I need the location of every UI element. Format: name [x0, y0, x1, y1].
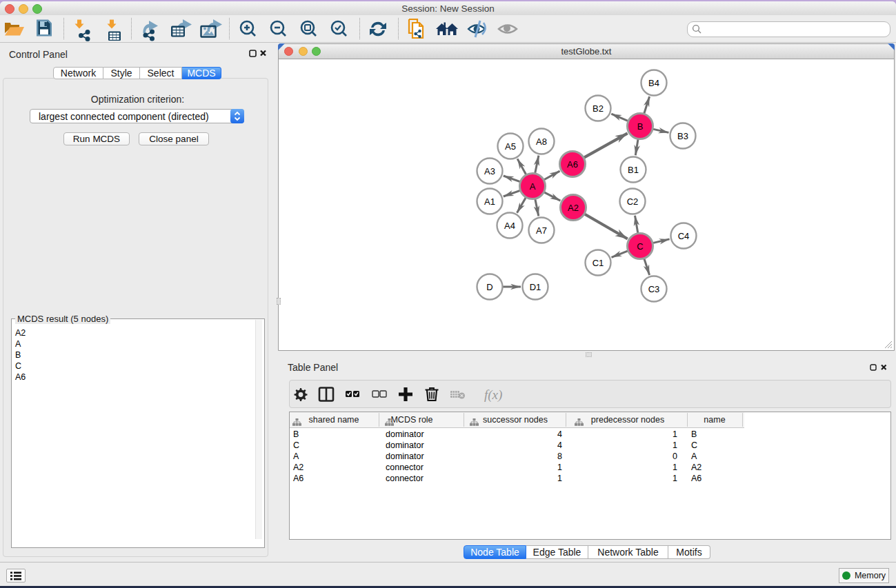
svg-text:A7: A7 — [536, 225, 547, 236]
svg-text:C3: C3 — [648, 284, 660, 294]
svg-text:A8: A8 — [536, 136, 547, 147]
svg-text:D1: D1 — [530, 282, 541, 292]
svg-text:B3: B3 — [677, 131, 688, 141]
svg-text:A3: A3 — [484, 166, 495, 176]
svg-text:D: D — [486, 282, 492, 292]
svg-text:f(x): f(x) — [484, 387, 502, 403]
svg-text:B: B — [637, 121, 644, 132]
svg-text:C1: C1 — [593, 258, 604, 268]
svg-text:A1: A1 — [484, 196, 495, 207]
svg-text:A4: A4 — [504, 221, 515, 231]
svg-text:A2: A2 — [568, 203, 579, 213]
svg-text:C2: C2 — [627, 196, 639, 207]
svg-text:C4: C4 — [678, 231, 690, 241]
svg-text:B2: B2 — [593, 103, 604, 114]
svg-text:A6: A6 — [567, 159, 578, 170]
svg-text:B4: B4 — [648, 78, 659, 88]
svg-text:A: A — [530, 181, 536, 192]
svg-text:C: C — [637, 241, 643, 252]
svg-text:B1: B1 — [628, 165, 639, 175]
svg-text:A5: A5 — [505, 141, 516, 152]
